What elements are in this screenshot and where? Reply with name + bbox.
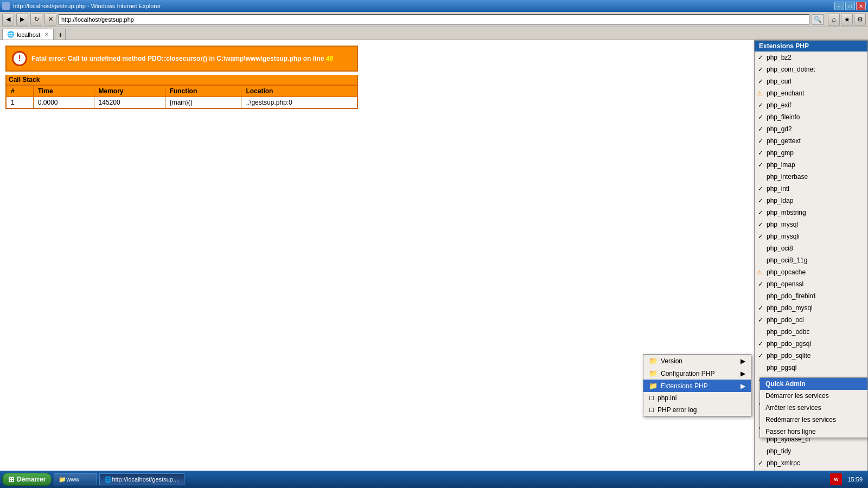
back-button[interactable]: ◀: [2, 14, 14, 25]
col-header-location: Location: [241, 85, 358, 97]
quick-admin-restart[interactable]: Redémarrer les services: [760, 414, 867, 426]
quick-admin-header: Quick Admin: [760, 378, 867, 390]
wamp-menu-errorlog[interactable]: ☐ PHP error log: [643, 404, 751, 416]
quick-admin-menu: Quick Admin Démarrer les services Arrête…: [760, 377, 868, 438]
taskbar: ⊞ Démarrer 📁 www 🌐 http://localhost/gest…: [0, 471, 868, 488]
title-bar: http://localhost/gestsup.php - Windows I…: [0, 0, 868, 12]
ext-item-php_mysqli[interactable]: php_mysqli: [755, 230, 867, 242]
taskbar-item-ie[interactable]: 🌐 http://localhost/gestsup....: [99, 473, 184, 485]
cell-memory: 145200: [94, 97, 165, 109]
ext-item-php_bz2[interactable]: php_bz2: [755, 52, 867, 63]
home-button[interactable]: ⌂: [828, 14, 840, 25]
cell-time: 0.0000: [33, 97, 94, 109]
quick-admin-offline[interactable]: Passer hors ligne: [760, 426, 867, 438]
cell-function: {main}(): [165, 97, 241, 109]
ext-item-php_com_dotnet[interactable]: php_com_dotnet: [755, 63, 867, 75]
ext-item-php_pdo_sqlite[interactable]: php_pdo_sqlite: [755, 350, 867, 362]
ext-item-php_gd2[interactable]: php_gd2: [755, 123, 867, 135]
ext-item-php_interbase[interactable]: php_interbase: [755, 171, 867, 183]
taskbar-item-www[interactable]: 📁 www: [54, 473, 97, 485]
wamp-tray-icon[interactable]: W: [830, 473, 842, 485]
tab-close-button[interactable]: ✕: [44, 31, 49, 37]
favorites-button[interactable]: ★: [841, 14, 853, 25]
col-header-num: #: [6, 85, 33, 97]
ext-item-php_pdo_firebird[interactable]: php_pdo_firebird: [755, 290, 867, 302]
ext-item-php_intl[interactable]: php_intl: [755, 183, 867, 195]
wamp-menu: 📁 Version ▶ 📁 Configuration PHP ▶ 📁 Exte…: [643, 354, 751, 416]
search-button[interactable]: 🔍: [812, 14, 824, 25]
tab-bar: 🌐 localhost ✕ +: [0, 27, 868, 40]
error-icon: !: [12, 51, 27, 66]
address-bar: ◀ ▶ ↻ ✕ 🔍 ⌂ ★ ⚙: [0, 12, 868, 27]
ext-item-php_opcache[interactable]: php_opcache: [755, 266, 867, 278]
address-input[interactable]: [59, 14, 809, 25]
ext-item-php_tidy[interactable]: php_tidy: [755, 445, 867, 457]
col-header-memory: Memory: [94, 85, 165, 97]
ext-item-php_oci8_11g[interactable]: php_oci8_11g: [755, 254, 867, 266]
window-title: http://localhost/gestsup.php - Windows I…: [13, 3, 161, 9]
ext-item-php_exif[interactable]: php_exif: [755, 99, 867, 111]
forward-button[interactable]: ▶: [16, 14, 28, 25]
stop-button[interactable]: ✕: [44, 14, 56, 25]
ext-item-php_enchant[interactable]: php_enchant: [755, 87, 867, 99]
tools-button[interactable]: ⚙: [854, 14, 866, 25]
refresh-button[interactable]: ↻: [30, 14, 42, 25]
ext-item-php_pdo_pgsql[interactable]: php_pdo_pgsql: [755, 338, 867, 350]
call-stack-table: # Time Memory Function Location 10.00001…: [5, 85, 358, 109]
new-tab-button[interactable]: +: [55, 29, 66, 40]
wamp-menu-config-php[interactable]: 📁 Configuration PHP ▶: [643, 367, 751, 380]
wamp-menu-version[interactable]: 📁 Version ▶: [643, 355, 751, 367]
maximize-button[interactable]: □: [845, 2, 855, 10]
col-header-time: Time: [33, 85, 94, 97]
ext-item-php_xmlrpc[interactable]: php_xmlrpc: [755, 457, 867, 469]
extensions-header: Extensions PHP: [755, 41, 867, 52]
ext-item-php_openssl[interactable]: php_openssl: [755, 278, 867, 290]
close-button[interactable]: ✕: [856, 2, 866, 10]
ext-item-php_imap[interactable]: php_imap: [755, 159, 867, 171]
ext-item-php_oci8[interactable]: php_oci8: [755, 242, 867, 254]
minimize-button[interactable]: −: [834, 2, 844, 10]
ext-item-php_fileinfo[interactable]: php_fileinfo: [755, 111, 867, 123]
tab-localhost[interactable]: 🌐 localhost ✕: [2, 29, 54, 40]
call-stack-title: Call Stack: [5, 75, 358, 85]
cell-location: ..\gestsup.php:0: [241, 97, 358, 109]
ext-item-php_curl[interactable]: php_curl: [755, 75, 867, 87]
error-box: ! Fatal error: Call to undefined method …: [5, 46, 358, 72]
ext-item-php_gettext[interactable]: php_gettext: [755, 135, 867, 147]
cell-num: 1: [6, 97, 33, 109]
ext-item-php_pdo_oci[interactable]: php_pdo_oci: [755, 314, 867, 326]
taskbar-clock: 15:59: [844, 476, 866, 483]
ext-item-php_ldap[interactable]: php_ldap: [755, 195, 867, 207]
ext-item-php_mysql[interactable]: php_mysql: [755, 219, 867, 230]
error-message: Fatal error: Call to undefined method PD…: [31, 55, 333, 62]
quick-admin-start[interactable]: Démarrer les services: [760, 390, 867, 402]
ext-item-php_mbstring[interactable]: php_mbstring: [755, 207, 867, 219]
ext-item-php_pgsql[interactable]: php_pgsql: [755, 362, 867, 374]
ext-item-php_pdo_mysql[interactable]: php_pdo_mysql: [755, 302, 867, 314]
ext-item-php_gmp[interactable]: php_gmp: [755, 147, 867, 159]
quick-admin-stop[interactable]: Arrêter les services: [760, 402, 867, 414]
call-stack-container: Call Stack # Time Memory Function Locati…: [5, 75, 358, 109]
ext-item-php_pdo_odbc[interactable]: php_pdo_odbc: [755, 326, 867, 338]
tab-label: localhost: [17, 31, 40, 38]
start-button[interactable]: ⊞ Démarrer: [2, 473, 52, 486]
app-icon: [2, 2, 10, 10]
col-header-function: Function: [165, 85, 241, 97]
wamp-menu-extensions[interactable]: 📁 Extensions PHP ▶: [643, 380, 751, 392]
wamp-menu-phpini[interactable]: ☐ php.ini: [643, 392, 751, 404]
table-row: 10.0000145200{main}()..\gestsup.php:0: [6, 97, 358, 109]
